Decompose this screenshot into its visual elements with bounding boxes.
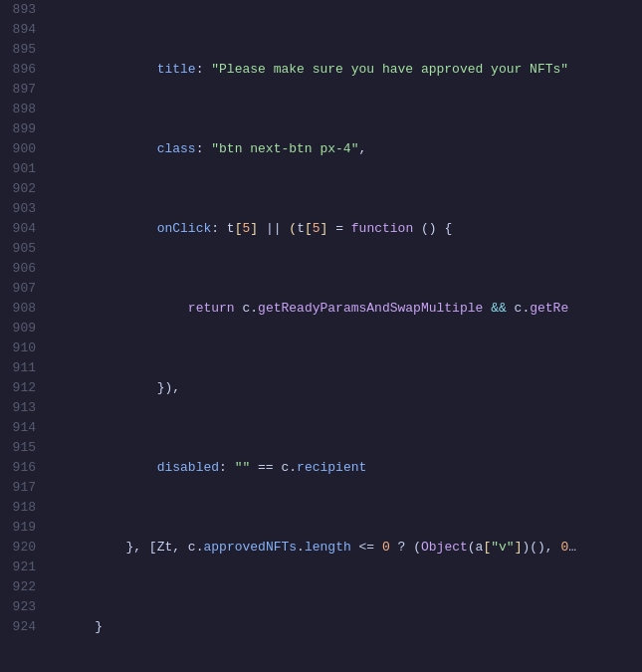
line-num: 915	[0, 438, 36, 458]
line-num: 914	[0, 418, 36, 438]
code-editor: 893 894 895 896 897 898 899 900 901 902 …	[0, 0, 642, 672]
line-num: 922	[0, 577, 36, 597]
line-num: 903	[0, 199, 36, 219]
line-num: 910	[0, 338, 36, 358]
code-line-899: }, [Zt, c.approvedNFTs.length <= 0 ? (Ob…	[64, 538, 642, 558]
line-num: 899	[0, 119, 36, 139]
line-num: 894	[0, 20, 36, 40]
code-line-900: }	[64, 617, 642, 637]
line-num: 902	[0, 179, 36, 199]
line-num: 916	[0, 458, 36, 478]
line-num: 895	[0, 40, 36, 60]
line-num: 921	[0, 558, 36, 577]
line-num: 911	[0, 358, 36, 378]
line-num: 896	[0, 60, 36, 80]
line-num: 898	[0, 100, 36, 119]
line-num: 924	[0, 617, 36, 637]
code-content: title: "Please make sure you have approv…	[48, 0, 642, 672]
line-num: 917	[0, 478, 36, 498]
line-num: 907	[0, 279, 36, 299]
line-num: 904	[0, 219, 36, 239]
line-num: 918	[0, 498, 36, 518]
line-num: 909	[0, 319, 36, 338]
code-line-896: return c.getReadyParamsAndSwapMultiple &…	[64, 299, 642, 319]
code-line-895: onClick: t[5] || (t[5] = function () {	[64, 219, 642, 239]
line-numbers: 893 894 895 896 897 898 899 900 901 902 …	[0, 0, 48, 672]
code-line-898: disabled: "" == c.recipient	[64, 458, 642, 478]
line-num: 897	[0, 80, 36, 100]
line-num: 893	[0, 0, 36, 20]
line-num: 900	[0, 139, 36, 159]
line-num: 908	[0, 299, 36, 319]
line-num: 920	[0, 538, 36, 558]
line-num: 906	[0, 259, 36, 279]
line-num: 912	[0, 378, 36, 398]
code-line-897: }),	[64, 378, 642, 398]
line-num: 901	[0, 159, 36, 179]
line-num: 919	[0, 518, 36, 538]
line-num: 923	[0, 597, 36, 617]
line-num: 905	[0, 239, 36, 259]
code-line-894: class: "btn next-btn px-4",	[64, 139, 642, 159]
code-line-893: title: "Please make sure you have approv…	[64, 60, 642, 80]
line-num: 913	[0, 398, 36, 418]
